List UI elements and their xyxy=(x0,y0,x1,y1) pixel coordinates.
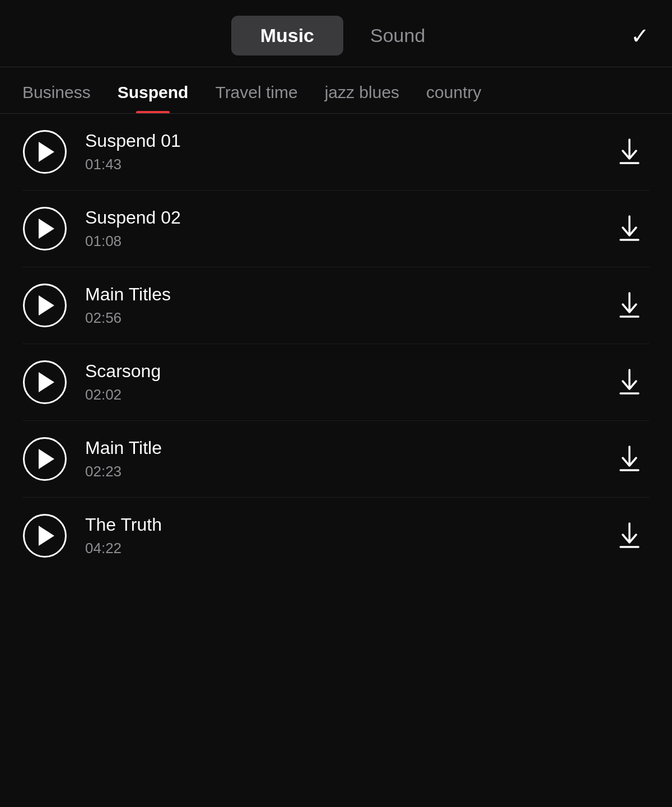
track-duration: 02:02 xyxy=(85,386,591,404)
track-title: The Truth xyxy=(85,514,591,535)
download-icon xyxy=(615,368,644,397)
tab-business[interactable]: Business xyxy=(22,83,91,113)
download-button[interactable] xyxy=(609,285,650,326)
play-circle xyxy=(23,207,67,251)
tab-travel[interactable]: Travel time xyxy=(215,83,297,113)
play-button[interactable] xyxy=(22,129,67,174)
track-duration: 01:08 xyxy=(85,233,591,250)
play-button[interactable] xyxy=(22,513,67,558)
checkmark-button[interactable]: ✓ xyxy=(631,23,650,49)
category-tabs: Business Suspend Travel time jazz blues … xyxy=(0,67,672,114)
track-duration: 02:23 xyxy=(85,463,591,480)
download-button[interactable] xyxy=(609,516,650,556)
track-duration: 04:22 xyxy=(85,540,591,557)
play-triangle-icon xyxy=(39,449,54,469)
track-title: Main Title xyxy=(85,438,591,458)
play-circle xyxy=(23,360,67,404)
download-icon xyxy=(615,214,644,243)
track-list: Suspend 01 01:43 Suspend 02 01:08 xyxy=(0,114,672,574)
play-circle xyxy=(23,514,67,558)
play-triangle-icon xyxy=(39,219,54,239)
track-title: Main Titles xyxy=(85,284,591,305)
track-item: Scarsong 02:02 xyxy=(22,344,650,421)
track-info: Main Title 02:23 xyxy=(85,438,591,480)
download-icon xyxy=(615,137,644,166)
play-triangle-icon xyxy=(39,295,54,316)
track-info: The Truth 04:22 xyxy=(85,514,591,557)
play-button[interactable] xyxy=(22,360,67,405)
download-icon xyxy=(615,444,644,474)
play-button[interactable] xyxy=(22,283,67,328)
play-circle xyxy=(23,130,67,174)
track-duration: 02:56 xyxy=(85,309,591,327)
download-icon xyxy=(615,291,644,320)
tab-jazz[interactable]: jazz blues xyxy=(325,83,399,113)
play-circle xyxy=(23,437,67,481)
track-item: The Truth 04:22 xyxy=(22,498,650,574)
track-item: Suspend 01 01:43 xyxy=(22,114,650,191)
tab-suspend[interactable]: Suspend xyxy=(118,83,189,113)
track-item: Main Title 02:23 xyxy=(22,421,650,498)
tab-country[interactable]: country xyxy=(426,83,481,113)
header: Music Sound ✓ xyxy=(0,0,672,67)
download-button[interactable] xyxy=(609,208,650,249)
track-info: Scarsong 02:02 xyxy=(85,361,591,404)
download-button[interactable] xyxy=(609,132,650,172)
play-triangle-icon xyxy=(39,526,54,546)
play-circle xyxy=(23,284,67,327)
track-title: Scarsong xyxy=(85,361,591,382)
download-button[interactable] xyxy=(609,439,650,479)
track-item: Suspend 02 01:08 xyxy=(22,191,650,267)
play-button[interactable] xyxy=(22,437,67,481)
download-icon xyxy=(615,521,644,550)
track-duration: 01:43 xyxy=(85,156,591,173)
track-info: Suspend 01 01:43 xyxy=(85,131,591,173)
play-triangle-icon xyxy=(39,142,54,162)
track-title: Suspend 01 xyxy=(85,131,591,151)
track-info: Suspend 02 01:08 xyxy=(85,207,591,250)
play-triangle-icon xyxy=(39,372,54,392)
tab-sound[interactable]: Sound xyxy=(354,16,441,55)
download-button[interactable] xyxy=(609,362,650,402)
tab-music[interactable]: Music xyxy=(231,16,343,55)
track-title: Suspend 02 xyxy=(85,207,591,228)
track-info: Main Titles 02:56 xyxy=(85,284,591,327)
play-button[interactable] xyxy=(22,206,67,251)
track-item: Main Titles 02:56 xyxy=(22,267,650,344)
